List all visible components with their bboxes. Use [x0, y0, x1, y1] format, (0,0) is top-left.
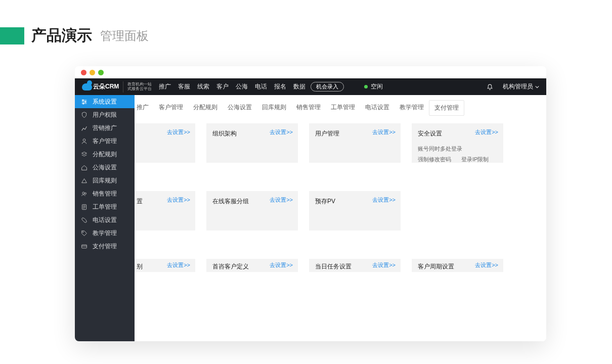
goto-settings-link[interactable]: 去设置>>: [372, 261, 396, 269]
nav-sea[interactable]: 公海: [236, 82, 248, 91]
user-label: 机构管理员: [503, 82, 533, 91]
goto-settings-link[interactable]: 去设置>>: [270, 128, 293, 136]
card-row-1: 去设置>> 组织架构 去设置>> 用户管理 去设置>> 安全设置 去设置>>: [139, 123, 542, 163]
fade-overlay: [135, 326, 546, 341]
sidebar-item-allocation[interactable]: 分配规则: [75, 148, 135, 161]
sidebar-item-teach[interactable]: 教学管理: [75, 226, 135, 240]
nav-data[interactable]: 数据: [293, 82, 305, 91]
settings-card-partial-3: 别 去设置>>: [135, 259, 195, 272]
person-icon: [81, 138, 88, 145]
tab-payment[interactable]: 支付管理: [429, 100, 464, 116]
card-title: 置: [137, 198, 143, 205]
brand-name: 云朵CRM: [93, 82, 119, 91]
goto-settings-link[interactable]: 去设置>>: [167, 261, 190, 269]
svg-point-7: [82, 232, 83, 233]
shield-icon: [81, 112, 88, 118]
nav-leads[interactable]: 线索: [197, 82, 209, 91]
tab-bar: 推广 客户管理 分配规则 公海设置 回库规则 销售管理 工单管理 电话设置 教学…: [135, 95, 546, 116]
card-title: 预存PV: [315, 198, 335, 205]
sidebar-item-label: 系统设置: [93, 98, 117, 106]
goto-settings-link[interactable]: 去设置>>: [372, 128, 396, 136]
sidebar-item-label: 回库规则: [93, 176, 117, 185]
sidebar-item-customer[interactable]: 客户管理: [75, 134, 135, 148]
card-title: 组织架构: [212, 130, 237, 137]
window-titlebar: [75, 66, 546, 78]
sidebar-item-label: 分配规则: [93, 150, 117, 159]
phone-icon: [81, 217, 88, 223]
status-indicator[interactable]: 空闲: [364, 82, 383, 91]
svg-point-4: [82, 192, 84, 194]
card-row-3: 别 去设置>> 首咨客户定义 去设置>> 当日任务设置 去设置>> 客户周期设置…: [139, 259, 542, 272]
page-header: 产品演示 管理面板: [0, 25, 612, 46]
record-button[interactable]: 机会录入: [311, 82, 344, 92]
sidebar-item-label: 客户管理: [93, 137, 117, 146]
tab-sea[interactable]: 公海设置: [223, 100, 257, 116]
user-menu[interactable]: 机构管理员: [503, 82, 539, 91]
tab-return[interactable]: 回库规则: [257, 100, 291, 116]
home-icon: [81, 164, 88, 171]
page-subtitle: 管理面板: [100, 28, 149, 44]
sidebar-item-return[interactable]: 回库规则: [75, 174, 135, 187]
nav-customer[interactable]: 客户: [216, 82, 229, 91]
nav-enroll[interactable]: 报名: [274, 82, 286, 91]
svg-point-2: [83, 103, 84, 104]
sidebar-item-label: 教学管理: [93, 229, 117, 238]
bell-icon[interactable]: [487, 84, 493, 90]
tab-ticket[interactable]: 工单管理: [326, 100, 360, 116]
svg-rect-8: [82, 245, 87, 248]
close-window-dot[interactable]: [81, 70, 86, 75]
card-row-2: 置 去设置>> 在线客服分组 去设置>> 预存PV 去设置>>: [139, 191, 542, 231]
title-accent-block: [0, 27, 24, 44]
goto-settings-link[interactable]: 去设置>>: [270, 196, 293, 204]
tab-phone[interactable]: 电话设置: [360, 100, 395, 116]
card-title: 用户管理: [315, 130, 339, 137]
sidebar-item-label: 用户权限: [93, 111, 117, 119]
card-title: 别: [137, 263, 143, 270]
sliders-icon: [81, 99, 88, 105]
nav-promo[interactable]: 推广: [159, 82, 171, 91]
svg-point-1: [85, 101, 86, 102]
sidebar-item-phone[interactable]: 电话设置: [75, 213, 135, 226]
card-tag: 账号同时多处登录: [418, 145, 462, 153]
settings-card-service-group: 在线客服分组 去设置>>: [206, 191, 298, 231]
sidebar-item-ticket[interactable]: 工单管理: [75, 200, 135, 213]
goto-settings-link[interactable]: 去设置>>: [475, 128, 498, 136]
cloud-icon: [82, 83, 92, 90]
logo: 云朵CRM 教育机构一站 式服务云平台: [82, 81, 152, 93]
settings-card-cycle: 客户周期设置 去设置>>: [412, 259, 503, 272]
sidebar-item-sales[interactable]: 销售管理: [75, 187, 135, 200]
status-dot-icon: [364, 85, 368, 88]
maximize-window-dot[interactable]: [98, 70, 104, 75]
goto-settings-link[interactable]: 去设置>>: [372, 196, 396, 204]
status-label: 空闲: [371, 82, 383, 91]
card-title: 客户周期设置: [418, 263, 454, 270]
nav-service[interactable]: 客服: [178, 82, 190, 91]
stack-icon: [81, 151, 88, 158]
sidebar-item-label: 工单管理: [93, 203, 117, 211]
sidebar-item-payment[interactable]: 支付管理: [75, 240, 135, 253]
minimize-window-dot[interactable]: [90, 70, 95, 75]
settings-card-dailytask: 当日任务设置 去设置>>: [309, 259, 401, 272]
tab-customer[interactable]: 客户管理: [154, 100, 188, 116]
goto-settings-link[interactable]: 去设置>>: [475, 261, 498, 269]
app-window: 云朵CRM 教育机构一站 式服务云平台 推广 客服 线索 客户 公海 电话 报名…: [75, 66, 546, 341]
sidebar-item-marketing[interactable]: 营销推广: [75, 121, 135, 134]
card-icon: [81, 243, 88, 250]
goto-settings-link[interactable]: 去设置>>: [167, 196, 190, 204]
settings-card-org: 组织架构 去设置>>: [206, 123, 298, 163]
chevron-down-icon: [535, 85, 539, 89]
sidebar-item-system-settings[interactable]: 系统设置: [75, 95, 135, 108]
tab-alloc[interactable]: 分配规则: [188, 100, 223, 116]
nav-phone[interactable]: 电话: [255, 82, 267, 91]
page-title: 产品演示: [31, 25, 92, 46]
tab-teach[interactable]: 教学管理: [395, 100, 429, 116]
tag-icon: [81, 230, 88, 237]
goto-settings-link[interactable]: 去设置>>: [270, 261, 293, 269]
tab-sales[interactable]: 销售管理: [291, 100, 326, 116]
goto-settings-link[interactable]: 去设置>>: [167, 128, 190, 136]
sidebar-item-sea[interactable]: 公海设置: [75, 161, 135, 174]
sidebar-item-user-perms[interactable]: 用户权限: [75, 108, 135, 121]
svg-point-5: [84, 193, 86, 194]
tab-promo[interactable]: 推广: [135, 100, 154, 116]
sidebar-item-label: 营销推广: [93, 124, 117, 132]
